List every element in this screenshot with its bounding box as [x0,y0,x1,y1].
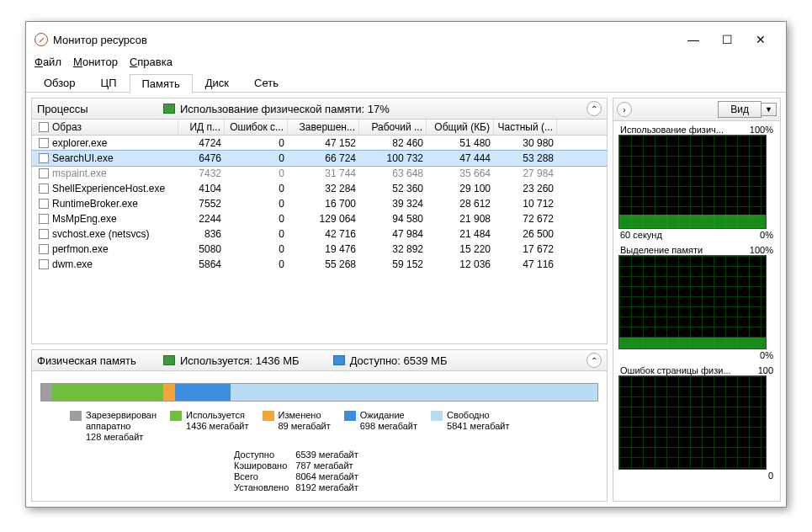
tab-disk[interactable]: Диск [193,73,241,92]
physmem-header[interactable]: Физическая память Используется: 1436 МБ … [32,350,607,371]
table-row[interactable]: SearchUI.exe6476066 724100 73247 44453 2… [32,151,607,166]
cell-shared: 28 612 [427,196,494,211]
cell-err: 0 [225,257,288,272]
cell-priv: 72 672 [494,211,557,226]
chart-block: Ошибок страницы физи...1000 [613,362,780,482]
col-private[interactable]: Частный (... [494,120,557,135]
cell-err: 0 [225,196,288,211]
collapse-right-icon[interactable]: › [617,102,632,117]
view-button[interactable]: Вид [718,101,762,118]
stat-label: Всего [234,471,289,481]
chart-title: Использование физич... [620,125,724,135]
table-body[interactable]: explorer.exe4724047 15282 46051 48030 98… [32,136,607,343]
table-row[interactable]: MsMpEng.exe22440129 06494 58021 90872 67… [32,211,607,226]
table-row[interactable]: dwm.exe5864055 26859 15212 03647 116 [32,257,607,272]
table-row[interactable]: explorer.exe4724047 15282 46051 48030 98… [32,136,607,151]
row-checkbox[interactable] [39,229,49,239]
cell-comp: 31 744 [288,166,359,181]
table-row[interactable]: ShellExperienceHost.exe4104032 28452 360… [32,181,607,196]
cell-ws: 47 984 [359,226,427,242]
row-checkbox[interactable] [39,214,49,224]
legend-swatch [431,411,443,421]
cell-image: MsMpEng.exe [52,213,117,225]
memory-chip-icon [163,104,175,114]
cell-pid: 2244 [178,211,225,226]
collapse-processes-icon[interactable]: ⌃ [586,101,602,116]
legend-swatch [170,411,182,421]
row-checkbox[interactable] [39,138,49,148]
row-checkbox[interactable] [39,199,49,209]
cell-ws: 52 360 [359,181,427,196]
cell-comp: 66 724 [288,151,359,166]
cell-err: 0 [225,211,288,226]
chart-canvas [618,255,767,349]
stat-label: Кэшировано [234,460,289,471]
cell-pid: 4724 [178,136,225,151]
legend-item: Ожидание698 мегабайт [344,410,417,443]
cell-ws: 82 460 [359,136,427,151]
chart-block: Выделение памяти100%0% [613,242,780,362]
cell-ws: 94 580 [359,211,427,226]
table-row[interactable]: RuntimeBroker.exe7552016 70039 32428 612… [32,196,607,211]
memory-stats: ДоступноКэшированоВсегоУстановлено 6539 … [234,450,607,492]
cell-ws: 32 892 [359,242,427,257]
cell-priv: 27 984 [494,166,557,181]
seg-free [231,384,597,401]
col-errors[interactable]: Ошибок с... [225,120,288,135]
physmem-title: Физическая память [37,354,163,367]
collapse-physmem-icon[interactable]: ⌃ [586,353,602,368]
tab-network[interactable]: Сеть [241,73,291,92]
cell-shared: 47 444 [427,151,494,166]
chart-canvas [618,135,767,229]
cell-pid: 836 [178,226,225,242]
table-row[interactable]: svchost.exe (netsvcs)836042 71647 98421 … [32,226,607,242]
used-chip-icon [163,355,175,365]
row-checkbox[interactable] [39,153,49,163]
cell-priv: 26 500 [494,226,557,242]
col-completed[interactable]: Завершен... [288,120,359,135]
seg-modified [163,384,174,401]
col-workingset[interactable]: Рабочий ... [359,120,427,135]
cell-ws: 100 732 [359,151,427,166]
table-row[interactable]: perfmon.exe5080019 47632 89215 22017 672 [32,242,607,257]
row-checkbox[interactable] [39,168,49,178]
col-pid[interactable]: ИД п... [178,120,225,135]
col-image[interactable]: Образ [35,120,178,135]
tab-overview[interactable]: Обзор [31,73,88,92]
row-checkbox[interactable] [39,184,49,194]
select-all-checkbox[interactable] [39,122,49,132]
cell-shared: 21 484 [427,226,494,242]
row-checkbox[interactable] [39,259,49,269]
cell-shared: 35 664 [427,166,494,181]
col-shared[interactable]: Общий (КБ) [427,120,494,135]
close-button[interactable]: ✕ [744,29,778,51]
cell-err: 0 [225,151,288,166]
charts-container: Использование физич...100%60 секунд0%Выд… [613,121,780,482]
chart-title: Выделение памяти [620,245,703,255]
right-pane: › Вид ▼ Использование физич...100%60 сек… [613,98,781,502]
legend-item: Свободно5841 мегабайт [431,410,509,443]
menu-help[interactable]: Справка [130,56,172,68]
titlebar: Монитор ресурсов — ☐ ✕ [26,22,786,54]
row-checkbox[interactable] [39,244,49,254]
processes-header[interactable]: Процессы Использование физической памяти… [32,98,607,120]
maximize-button[interactable]: ☐ [710,29,744,51]
tab-cpu[interactable]: ЦП [88,73,130,92]
chart-foot-right: 0% [760,230,773,240]
cell-pid: 7552 [178,196,225,211]
cell-priv: 30 980 [494,136,557,151]
physical-memory-panel: Физическая память Используется: 1436 МБ … [31,349,608,502]
minimize-button[interactable]: — [677,29,710,51]
cell-comp: 55 268 [288,257,359,272]
tab-memory[interactable]: Память [130,74,193,93]
physmem-used: Используется: 1436 МБ [180,354,300,367]
view-dropdown-icon[interactable]: ▼ [762,103,777,116]
legend-swatch [344,411,356,421]
avail-chip-icon [333,355,345,365]
table-row[interactable]: mspaint.exe7432031 74463 64835 66427 984 [32,166,607,181]
processes-panel: Процессы Использование физической памяти… [31,98,608,344]
legend-swatch [263,411,274,421]
menu-monitor[interactable]: Монитор [73,56,118,68]
table-header: Образ ИД п... Ошибок с... Завершен... Ра… [32,120,607,136]
menu-file[interactable]: Файл [34,56,61,68]
